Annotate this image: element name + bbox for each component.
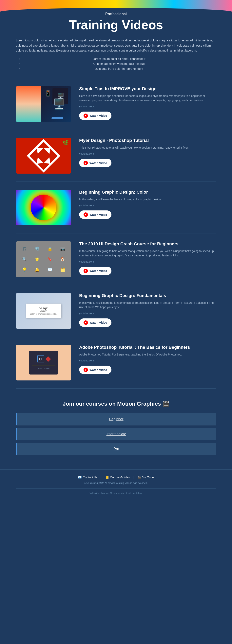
video-card-2: 🌿 Flyer Design - Photoshop Tutorial This… xyxy=(16,130,216,182)
video-thumbnail-3 xyxy=(16,190,71,225)
play-icon-3: ▶ xyxy=(84,212,88,217)
video-description-5: In this video, you'll learn the fundamen… xyxy=(79,300,216,310)
youtube-label: YouTube xyxy=(142,476,154,479)
footer-guides-link[interactable]: 📒 Course Guides xyxy=(103,476,136,479)
youtube-icon: 🎬 xyxy=(138,476,141,479)
footer-link-row: 📧 Contact Us 📒 Course Guides 🎬 YouTube xyxy=(16,476,216,479)
watch-btn-label-1: Watch Video xyxy=(89,114,107,117)
watch-btn-label-6: Watch Video xyxy=(89,368,107,372)
contact-icon: 📧 xyxy=(78,476,82,479)
videos-section: 🖥️ 📱 Simple Tips to IMPROVE your Design … xyxy=(0,78,232,388)
pro-course-button[interactable]: Pro xyxy=(16,443,216,455)
video-info-4: The 2019 UI Design Crash Course for Begi… xyxy=(79,241,216,275)
video-thumbnail-6: ⬡ monitor screen xyxy=(16,345,71,380)
video-card-3: Beginning Graphic Design: Color In this … xyxy=(16,182,216,234)
video-source-4: youtube.com xyxy=(79,260,216,263)
guides-icon: 📒 xyxy=(105,476,109,479)
watch-video-button-1[interactable]: ▶ Watch Video xyxy=(79,112,111,120)
video-title-3: Beginning Graphic Design: Color xyxy=(79,190,216,195)
watch-video-button-3[interactable]: ▶ Watch Video xyxy=(79,210,111,219)
video-source-3: youtube.com xyxy=(79,204,216,207)
watch-video-button-5[interactable]: ▶ Watch Video xyxy=(79,318,111,327)
video-title-4: The 2019 UI Design Crash Course for Begi… xyxy=(79,241,216,246)
watch-video-button-4[interactable]: ▶ Watch Video xyxy=(79,267,111,275)
video-info-5: Beginning Graphic Design: Fundamentals I… xyxy=(79,293,216,327)
video-card-4: 🎵 ⚙️ 🔒 📷 🔍 ⭐ 🔖 🏠 💡 🔔 ✉️ 🗂️ The 2019 UI D… xyxy=(16,234,216,285)
courses-title: Join our courses on Motion Graphics 🎬 xyxy=(16,400,216,407)
video-title-6: Adobe Photoshop Tutorial : The Basics fo… xyxy=(79,345,216,350)
video-description-4: In this course, I'm going to help answer… xyxy=(79,249,216,258)
video-source-5: youtube.com xyxy=(79,312,216,315)
watch-video-button-2[interactable]: ▶ Watch Video xyxy=(79,159,111,167)
play-icon-6: ▶ xyxy=(84,368,88,372)
video-thumbnail-1: 🖥️ 📱 xyxy=(16,86,71,122)
video-description-1: Here are a few simple tips and tricks fo… xyxy=(79,94,216,103)
play-icon-5: ▶ xyxy=(84,320,88,325)
video-description-2: This Flyer Photoshop tutorial will teach… xyxy=(79,146,216,150)
bullet-item: Duis aute irure dolor in reprehenderit xyxy=(22,67,216,70)
courses-title-prefix: Join our courses on xyxy=(62,401,117,407)
video-card-6: ⬡ monitor screen Adobe Photoshop Tutoria… xyxy=(16,337,216,388)
watch-btn-label-3: Watch Video xyxy=(89,213,107,216)
watch-video-button-6[interactable]: ▶ Watch Video xyxy=(79,366,111,374)
bullet-item: Ut enim ad minim veniam, quis nostrud xyxy=(22,62,216,66)
watch-btn-label-5: Watch Video xyxy=(89,321,107,324)
courses-title-highlight: Motion Graphics xyxy=(117,401,161,407)
play-icon-1: ▶ xyxy=(84,114,88,118)
footer: 📧 Contact Us 📒 Course Guides 🎬 YouTube U… xyxy=(0,470,232,500)
video-title-1: Simple Tips to IMPROVE your Design xyxy=(79,86,216,91)
video-card-5: de·sign /di'zīn/ a plan or drawing produ… xyxy=(16,285,216,337)
beginner-course-button[interactable]: Beginner xyxy=(16,413,216,426)
footer-youtube-link[interactable]: 🎬 YouTube xyxy=(136,476,156,479)
video-description-3: In this video, you'll learn the basics o… xyxy=(79,197,216,202)
video-source-6: youtube.com xyxy=(79,359,216,362)
video-info-3: Beginning Graphic Design: Color In this … xyxy=(79,190,216,219)
intermediate-course-button[interactable]: Intermediate xyxy=(16,428,216,440)
bullet-list: Lorem ipsum dolor sit amet, consectetur … xyxy=(16,57,216,70)
header-title: Training Videos xyxy=(16,18,216,32)
courses-title-emoji: 🎬 xyxy=(163,401,170,407)
video-info-6: Adobe Photoshop Tutorial : The Basics fo… xyxy=(79,345,216,374)
video-thumbnail-2: 🌿 xyxy=(16,138,71,174)
video-info-2: Flyer Design - Photoshop Tutorial This F… xyxy=(79,138,216,167)
play-icon-2: ▶ xyxy=(84,161,88,165)
video-thumbnail-4: 🎵 ⚙️ 🔒 📷 🔍 ⭐ 🔖 🏠 💡 🔔 ✉️ 🗂️ xyxy=(16,241,71,277)
video-card-1: 🖥️ 📱 Simple Tips to IMPROVE your Design … xyxy=(16,78,216,130)
video-description-6: Adobe Photoshop Tutorial For Beginners, … xyxy=(79,352,216,357)
header-subtitle: Professional xyxy=(16,12,216,16)
footer-credit: Built with elink.io - Create content wit… xyxy=(16,488,216,498)
play-icon-4: ▶ xyxy=(84,269,88,273)
footer-tagline: Use this template to create training vid… xyxy=(16,482,216,484)
video-source-1: youtube.com xyxy=(79,105,216,108)
watch-btn-label-2: Watch Video xyxy=(89,161,107,165)
header-description: Lorem ipsum dolor sit amet, consectetur … xyxy=(16,38,216,53)
courses-section: Join our courses on Motion Graphics 🎬 Be… xyxy=(0,388,232,466)
watch-btn-label-4: Watch Video xyxy=(89,269,107,272)
video-thumbnail-5: de·sign /di'zīn/ a plan or drawing produ… xyxy=(16,293,71,329)
hero-banner xyxy=(0,0,232,12)
video-title-5: Beginning Graphic Design: Fundamentals xyxy=(79,293,216,298)
video-source-2: youtube.com xyxy=(79,152,216,155)
video-info-1: Simple Tips to IMPROVE your Design Here … xyxy=(79,86,216,120)
contact-label: Contact Us xyxy=(83,476,97,479)
bullet-item: Lorem ipsum dolor sit amet, consectetur xyxy=(22,57,216,60)
video-title-2: Flyer Design - Photoshop Tutorial xyxy=(79,138,216,143)
footer-contact-link[interactable]: 📧 Contact Us xyxy=(76,476,103,479)
guides-label: Course Guides xyxy=(110,476,130,479)
